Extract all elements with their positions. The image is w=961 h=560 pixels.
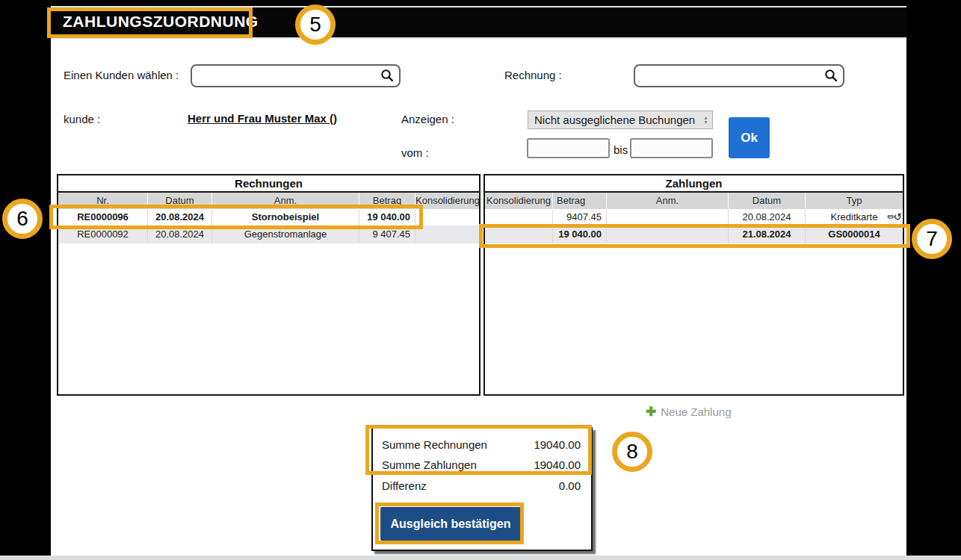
customer-search-label: Einen Kunden wählen : xyxy=(64,69,179,81)
cell-nr: RE0000096 xyxy=(58,209,148,225)
page-title: ZAHLUNGSZUORDNUNG xyxy=(63,13,259,31)
cell-typ: GS0000014 xyxy=(806,226,903,243)
sum-payments-label: Summe Zahlungen xyxy=(382,458,477,472)
sum-invoices-label: Summe Rechnungen xyxy=(382,438,487,452)
difference-label: Differenz xyxy=(382,479,427,493)
table-row[interactable]: 19 040.00 21.08.2024 GS0000014 xyxy=(485,226,903,243)
bis-label: bis xyxy=(614,143,628,156)
cell-betrag: 19 040.00 xyxy=(359,209,415,225)
annotation-badge-7: 7 xyxy=(912,219,952,259)
cell-konsolidierung xyxy=(485,226,553,243)
column-header: Datum xyxy=(148,193,212,209)
new-payment-button[interactable]: ✚ Neue Zahlung xyxy=(646,404,731,420)
annotation-badge-6: 6 xyxy=(2,199,43,239)
table-row[interactable]: 9407.45 20.08.2024 Kreditkarte ✏↺ xyxy=(485,209,903,226)
summary-row-invoices: Summe Rechnungen 19040.00 xyxy=(382,438,581,452)
column-header: Betrag xyxy=(553,193,607,209)
pencil-icon[interactable]: ✏ xyxy=(887,211,894,223)
cell-konsolidierung xyxy=(415,209,479,225)
cell-betrag: 9 407.45 xyxy=(359,226,415,243)
search-icon xyxy=(380,69,394,85)
cell-betrag: 9407.45 xyxy=(553,209,607,225)
cell-anm xyxy=(607,226,729,243)
column-header: Konsolidierung xyxy=(485,193,553,209)
anzeigen-label: Anzeigen : xyxy=(401,113,454,125)
annotation-badge-5: 5 xyxy=(295,4,336,45)
summary-row-difference: Differenz 0.00 xyxy=(382,479,581,493)
column-header: Datum xyxy=(729,193,806,209)
cell-nr: RE0000092 xyxy=(58,226,148,243)
invoices-table: Rechnungen Nr. Datum Anm. Betrag Konsoli… xyxy=(57,174,480,396)
summary-row-payments: Summe Zahlungen 19040.00 xyxy=(382,458,581,472)
column-header: Konsolidierung xyxy=(415,193,479,209)
anzeigen-dropdown[interactable]: Nicht ausgeglichene Buchungen ▲ ▼ xyxy=(528,111,713,129)
cell-datum: 21.08.2024 xyxy=(729,226,806,243)
customer-search-input[interactable] xyxy=(191,64,401,87)
spinner-icon: ▲ ▼ xyxy=(703,116,708,125)
column-header: Nr. xyxy=(58,193,148,209)
column-header: Typ xyxy=(806,193,903,209)
vom-label: vom : xyxy=(401,146,429,159)
summary-box: Summe Rechnungen 19040.00 Summe Zahlunge… xyxy=(371,427,593,551)
cell-anm: Stornobeispiel xyxy=(212,209,359,225)
annotation-badge-8: 8 xyxy=(612,432,652,472)
column-header: Anm. xyxy=(607,193,729,209)
bottom-edge-strip xyxy=(0,556,961,560)
date-from-input[interactable] xyxy=(527,138,610,158)
kunde-label: kunde : xyxy=(64,113,100,125)
cell-anm: Gegenstromanlage xyxy=(212,226,359,243)
payments-table: Zahlungen Konsolidierung Betrag Anm. Dat… xyxy=(483,174,904,396)
customer-link[interactable]: Herr und Frau Muster Max () xyxy=(188,112,337,125)
sum-invoices-value: 19040.00 xyxy=(534,438,581,452)
invoice-search-label: Rechnung : xyxy=(504,69,562,81)
table-row[interactable]: RE0000096 20.08.2024 Stornobeispiel 19 0… xyxy=(58,209,479,226)
plus-icon: ✚ xyxy=(646,404,656,420)
payments-table-title: Zahlungen xyxy=(485,175,903,193)
column-header: Betrag xyxy=(359,193,415,209)
invoices-table-title: Rechnungen xyxy=(58,175,479,193)
ok-button[interactable]: Ok xyxy=(729,117,770,158)
cell-konsolidierung xyxy=(485,209,553,225)
sum-payments-value: 19040.00 xyxy=(534,458,581,472)
cell-konsolidierung xyxy=(415,226,479,243)
invoice-search-input[interactable] xyxy=(634,64,844,87)
invoices-table-header: Nr. Datum Anm. Betrag Konsolidierung xyxy=(58,193,479,209)
undo-icon[interactable]: ↺ xyxy=(894,211,900,223)
date-to-input[interactable] xyxy=(630,138,713,158)
cell-datum: 20.08.2024 xyxy=(148,209,212,225)
payments-table-header: Konsolidierung Betrag Anm. Datum Typ xyxy=(485,193,903,209)
table-row[interactable]: RE0000092 20.08.2024 Gegenstromanlage 9 … xyxy=(58,226,479,243)
column-header: Anm. xyxy=(212,193,359,209)
difference-value: 0.00 xyxy=(559,479,581,493)
cell-anm xyxy=(607,209,729,225)
anzeigen-selected-value: Nicht ausgeglichene Buchungen xyxy=(534,113,695,126)
cell-betrag: 19 040.00 xyxy=(553,226,607,243)
cell-datum: 20.08.2024 xyxy=(148,226,212,243)
confirm-balance-button[interactable]: Ausgleich bestätigen xyxy=(380,507,521,541)
new-payment-label: Neue Zahlung xyxy=(661,405,731,418)
cell-datum: 20.08.2024 xyxy=(729,209,806,225)
cell-typ: Kreditkarte ✏↺ xyxy=(806,209,903,225)
search-icon xyxy=(824,69,838,85)
